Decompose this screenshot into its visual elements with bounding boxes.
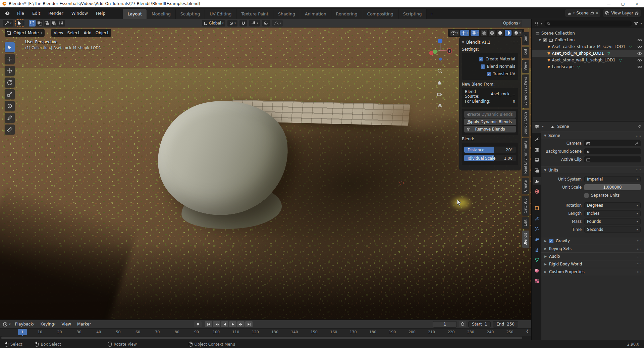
chevron-down-icon[interactable]: ▾ — [542, 125, 544, 128]
eyedropper-icon[interactable] — [635, 141, 639, 145]
material-preview-icon[interactable] — [505, 30, 512, 36]
scale-tool-icon[interactable] — [5, 89, 15, 99]
workspace-tab-sculpting[interactable]: Sculpting — [176, 9, 205, 19]
annotate-tool-icon[interactable] — [5, 113, 15, 123]
active-clip-field[interactable] — [584, 156, 641, 162]
add-workspace-button[interactable]: + — [427, 9, 437, 19]
measure-tool-icon[interactable] — [5, 125, 15, 135]
prev-keyframe-icon[interactable] — [213, 321, 220, 327]
select-intersect-icon[interactable] — [58, 20, 65, 27]
sidebar-tab-blendit[interactable]: Blendit — [522, 231, 529, 248]
xray-icon[interactable] — [481, 30, 487, 36]
tool-icon[interactable] — [533, 136, 541, 143]
blend-source-value[interactable]: Aset_rock_... — [491, 92, 515, 96]
end-frame-field[interactable]: End250 — [493, 321, 518, 328]
pivot-point-dropdown[interactable]: ▾ — [227, 20, 238, 27]
separate-units-checkbox[interactable] — [584, 193, 589, 198]
jump-end-icon[interactable] — [245, 321, 253, 327]
select-extend-icon[interactable] — [36, 20, 43, 27]
record-icon[interactable] — [194, 321, 202, 327]
panel-audio[interactable]: ▶ Audio:::: — [541, 252, 644, 260]
workspace-tab-modeling[interactable]: Modeling — [147, 9, 176, 19]
menu-file[interactable]: File — [13, 9, 28, 17]
next-keyframe-icon[interactable] — [237, 321, 245, 327]
timeline-menu-view[interactable]: View — [58, 320, 74, 328]
perspective-grid-icon[interactable] — [435, 102, 444, 110]
scene-panel-header[interactable]: ▼Scene:::: — [541, 132, 644, 139]
object-data-icon[interactable] — [533, 256, 541, 264]
panel-keying-sets[interactable]: ▶ Keying Sets:::: — [541, 245, 644, 252]
scene-icon[interactable] — [533, 177, 541, 185]
eye-icon[interactable] — [637, 52, 642, 55]
outliner-object-row[interactable]: ▼ Aset_rock_M_shopk_LOD1 ▽ — [532, 50, 644, 57]
render-icon[interactable] — [533, 146, 541, 153]
select-set-icon[interactable] — [29, 20, 36, 27]
solid-shading-icon[interactable] — [497, 30, 503, 36]
outliner-root-row[interactable]: Scene Collection — [532, 30, 644, 37]
visibility-icon[interactable]: ▾ — [450, 30, 459, 36]
workspace-tab-rendering[interactable]: Rendering — [331, 9, 363, 19]
play-reverse-icon[interactable] — [221, 321, 228, 327]
zoom-icon[interactable] — [435, 66, 444, 75]
distance-slider[interactable]: Distance 20" — [464, 146, 516, 153]
scene-selector[interactable]: ▾ Scene ✕ — [565, 9, 601, 17]
camera-field[interactable] — [584, 140, 641, 146]
rendered-shading-icon[interactable]: ▾ — [513, 30, 522, 36]
sidebar-tab-catchup[interactable]: CatchUp — [522, 196, 529, 216]
playhead[interactable]: 1 — [18, 329, 27, 335]
units-panel-header[interactable]: ▼Units:::: — [541, 166, 644, 174]
sidebar-tab-item[interactable]: Item — [522, 32, 529, 45]
view-layer-selector[interactable]: View Layer — [603, 9, 641, 17]
filter-funnel-icon[interactable] — [634, 21, 638, 26]
timeline-menu-keying[interactable]: Keying ▾ — [38, 320, 59, 328]
blender-logo-icon[interactable] — [0, 11, 13, 15]
panel-collapse-icon[interactable]: ▼ — [462, 41, 464, 44]
material-icon[interactable] — [533, 267, 541, 274]
workspace-tab-uv-editing[interactable]: UV Editing — [205, 9, 236, 19]
eye-icon[interactable] — [637, 65, 642, 69]
checkbox-create-material[interactable]: ✓ — [479, 57, 483, 61]
proportional-editing-toggle[interactable] — [262, 20, 270, 27]
camera-view-icon[interactable] — [435, 90, 444, 99]
pin-icon[interactable] — [637, 125, 641, 129]
sidebar-tab-real-environments[interactable]: Real Environments — [522, 138, 529, 176]
workspace-tab-animation[interactable]: Animation — [300, 9, 331, 19]
select-invert-icon[interactable] — [51, 20, 58, 27]
apply-dynamic-blends-button[interactable]: Apply Dynamic Blends — [464, 118, 516, 125]
timeline-menu-marker[interactable]: Marker — [74, 320, 94, 328]
outliner-collection-row[interactable]: ▼ ✓ Collection — [532, 37, 644, 43]
timeline-ruler[interactable]: 1020304050607080901001101201301401501601… — [0, 328, 531, 336]
checkbox-blend-normals[interactable]: ✓ — [481, 64, 485, 69]
menu-render[interactable]: Render — [44, 9, 67, 17]
unit-system-dropdown[interactable]: Imperial▾ — [584, 176, 641, 182]
start-frame-field[interactable]: Start1 — [468, 321, 491, 328]
properties-editor-icon[interactable] — [535, 125, 539, 129]
snap-toggle[interactable] — [239, 20, 247, 27]
world-icon[interactable] — [533, 188, 541, 195]
sidebar-tab-create[interactable]: Create — [522, 178, 529, 194]
individual-scale-slider[interactable]: Idividual Scale 1.00 — [464, 155, 516, 161]
length-dropdown[interactable]: Inches▾ — [584, 210, 641, 216]
navigation-gizmo[interactable]: X — [427, 37, 453, 64]
falloff-dropdown[interactable]: ▾ — [272, 20, 283, 27]
outliner-search-input[interactable] — [544, 20, 632, 27]
panel-custom-properties[interactable]: ▶ Custom Properties:::: — [541, 268, 644, 276]
sidebar-tab-tool[interactable]: Tool — [522, 47, 529, 58]
viewport-3d[interactable]: Object Mode ▾ ViewSelectAddObject ▾▾▾▾ U… — [0, 28, 531, 319]
gravity-checkbox[interactable]: ✓ — [549, 239, 553, 243]
rotation-dropdown[interactable]: Degrees▾ — [584, 202, 641, 208]
chevron-down-icon[interactable]: ▾ — [640, 22, 642, 25]
move-tool-icon[interactable] — [5, 66, 15, 76]
panel-rigid-body-world[interactable]: ▶ Rigid Body World:::: — [541, 260, 644, 268]
outliner-object-row[interactable]: ▼ Aset_stone_wall_L_sebgb_LOD1 ▽ — [532, 57, 644, 63]
active-tool-indicator[interactable] — [15, 19, 24, 27]
for-blending-value[interactable]: 0 — [513, 99, 515, 104]
viewport-menu-object[interactable]: Object — [94, 31, 111, 35]
outliner-object-row[interactable]: ▼ Landscape ▽ — [532, 63, 644, 70]
collection-checkbox[interactable]: ✓ — [543, 38, 547, 42]
sidebar-tab-screencast-keys[interactable]: Screencast Keys — [522, 74, 529, 108]
time-dropdown[interactable]: Seconds▾ — [584, 227, 641, 233]
output-icon[interactable] — [533, 156, 541, 164]
current-frame-field[interactable]: 1 — [433, 321, 457, 328]
play-icon[interactable] — [229, 321, 236, 327]
